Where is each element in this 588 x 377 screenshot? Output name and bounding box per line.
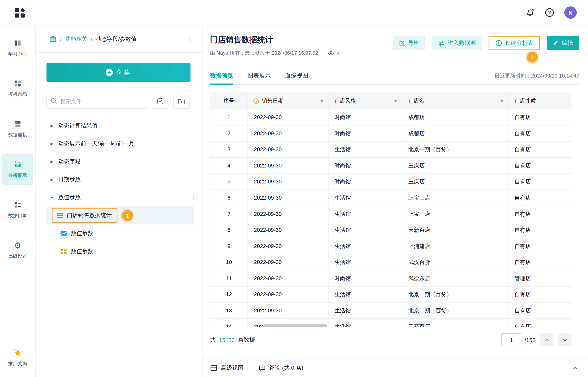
column-label: 店风格: [340, 97, 356, 104]
text-field-icon: T: [408, 98, 411, 104]
sidebar-label: 分析展示: [8, 172, 27, 179]
filter-caret-icon[interactable]: ▼: [394, 99, 397, 103]
page-up-button[interactable]: [540, 333, 554, 346]
help-icon[interactable]: ?: [545, 8, 554, 17]
sidebar-item-data-catalog[interactable]: 数据目录: [2, 194, 33, 225]
cell-type: 自有店: [508, 174, 572, 190]
tree-item-numeric-param[interactable]: ▼ 数值参数 ⋮: [36, 188, 202, 206]
cell-index: 9: [210, 238, 248, 254]
cell-style: 时尚馆: [328, 158, 402, 174]
caret-down-icon[interactable]: ▼: [50, 195, 54, 199]
column-label: 店名: [413, 97, 424, 104]
reward-star-icon: [13, 348, 23, 357]
notification-dot: [531, 8, 535, 11]
cell-store: 北京二期（百货）: [402, 303, 508, 319]
button-label: 导出: [408, 40, 419, 47]
create-analysis-button[interactable]: 创建分析表 2: [489, 36, 540, 50]
panel-more-menu-icon[interactable]: ⋮: [184, 34, 196, 44]
multi-select-button[interactable]: [152, 94, 168, 109]
table-row: 32022-09-30生活馆北京一期（百货）自有店: [210, 141, 572, 158]
avatar[interactable]: N: [564, 6, 577, 19]
comments-button[interactable]: 评论 (共 0 条): [258, 364, 303, 371]
column-header-store-type: T 店性质 ▼: [508, 93, 572, 109]
create-button[interactable]: + 创建: [46, 63, 191, 82]
cell-index: 13: [210, 303, 248, 319]
eye-icon: [328, 50, 334, 56]
notification-bell-icon[interactable]: [526, 8, 535, 17]
sidebar-item-template-market[interactable]: 模板市场: [2, 73, 33, 104]
table-green-icon: [56, 212, 63, 219]
horizontal-scrollbar[interactable]: [263, 324, 327, 327]
tab-lineage-view[interactable]: 血缘视图: [285, 67, 308, 84]
cell-style: 时尚馆: [328, 270, 402, 287]
tab-chart-display[interactable]: 图表展示: [248, 67, 271, 84]
cell-type: 自有店: [508, 303, 572, 319]
table-row: 92022-09-30生活馆上浦建店自有店: [210, 238, 572, 254]
sidebar-item-advanced-settings[interactable]: ⚙ 高级设置: [2, 234, 33, 266]
tree-item-dynamic-display[interactable]: ▶ 动态展示前一天/前一周/前一月: [36, 135, 202, 153]
tree-item-date-param[interactable]: ▶ 日期参数: [36, 171, 202, 188]
enter-datasource-button[interactable]: 进入数据源: [432, 36, 482, 50]
cell-type: 自有店: [508, 158, 572, 174]
datasource-swap-icon: [438, 40, 445, 46]
breadcrumb-root-link[interactable]: 功能相关: [65, 35, 88, 43]
cell-index: 4: [210, 158, 248, 174]
directory-building-icon[interactable]: [49, 35, 57, 43]
advanced-view-icon: [210, 364, 218, 371]
annotation-badge-1: 1: [122, 210, 133, 221]
page-number-input[interactable]: [501, 333, 521, 346]
cell-index: 2: [210, 125, 248, 141]
advanced-view-button[interactable]: 高级视图: [210, 364, 244, 371]
sidebar-label: 数据目录: [8, 213, 27, 219]
button-label: 高级视图: [221, 364, 244, 371]
caret-right-icon[interactable]: ▶: [50, 123, 54, 127]
breadcrumb-separator: /: [91, 36, 92, 42]
export-button[interactable]: 导出: [393, 36, 425, 50]
plus-circle-icon: [495, 40, 502, 47]
caret-right-icon[interactable]: ▶: [50, 141, 54, 145]
cell-style: 生活馆: [328, 190, 402, 206]
sidebar-item-analysis-display[interactable]: 分析展示: [2, 154, 33, 185]
cell-type: 自有店: [508, 222, 572, 238]
sidebar-item-learning-center[interactable]: 学习中心: [2, 32, 33, 64]
tree-item-dynamic-result[interactable]: ▶ 动态计算结果值: [36, 117, 202, 135]
sidebar-item-promotion-rewards[interactable]: 推广奖励: [2, 342, 33, 373]
breadcrumb: / 功能相关 / 动态字段/参数值 ⋮: [36, 26, 202, 53]
search-input[interactable]: [46, 94, 147, 109]
tree-item-dynamic-field[interactable]: ▶ 动态字段: [36, 153, 202, 171]
search-icon: [51, 98, 57, 106]
filter-caret-icon[interactable]: ▼: [320, 99, 324, 103]
tree-child-numeric-param-chart[interactable]: 数值参数: [46, 224, 194, 242]
tree-child-numeric-param-grid[interactable]: 数值参数: [46, 242, 194, 260]
tree-child-label: 数值参数: [71, 248, 93, 255]
pencil-icon: [553, 40, 559, 46]
column-header-index: 序号: [210, 93, 248, 109]
tree-child-label: 门店销售数据统计: [67, 212, 112, 219]
cell-date: 2022-09-30: [248, 222, 328, 238]
new-folder-button[interactable]: [173, 94, 190, 109]
caret-right-icon[interactable]: ▶: [50, 177, 54, 181]
edit-button[interactable]: 编辑: [547, 36, 579, 50]
filter-caret-icon[interactable]: ▼: [571, 99, 572, 103]
cell-date: 2022-09-30: [248, 141, 328, 158]
table-row: 72022-09-30生活馆上宝山店自有店: [210, 206, 572, 222]
search-row: [46, 94, 190, 109]
cell-type: 自有店: [508, 109, 572, 125]
button-label: 评论 (共 0 条): [269, 364, 303, 371]
filter-caret-icon[interactable]: ▼: [500, 99, 504, 103]
breadcrumb-current: 动态字段/参数值: [96, 35, 136, 43]
app-logo-icon[interactable]: [14, 7, 25, 18]
tab-data-preview[interactable]: 数据预览: [210, 67, 233, 84]
total-suffix: 条数据: [238, 336, 255, 343]
tree-child-store-sales[interactable]: 门店销售数据统计 1: [46, 206, 194, 224]
cell-style: 生活馆: [328, 318, 402, 327]
clock-icon: [253, 98, 259, 104]
collapse-panel-icon[interactable]: [572, 364, 579, 371]
tree-item-more-icon[interactable]: ⋮: [189, 192, 199, 202]
cell-store: 武徐东店: [402, 270, 508, 287]
sidebar-item-data-connection[interactable]: 数据连接: [2, 113, 33, 144]
page-down-button[interactable]: [558, 333, 572, 346]
table-header-row: 序号 销售日期 ▼: [210, 93, 572, 109]
caret-right-icon[interactable]: ▶: [50, 159, 54, 163]
view-counter: 4: [328, 50, 340, 56]
